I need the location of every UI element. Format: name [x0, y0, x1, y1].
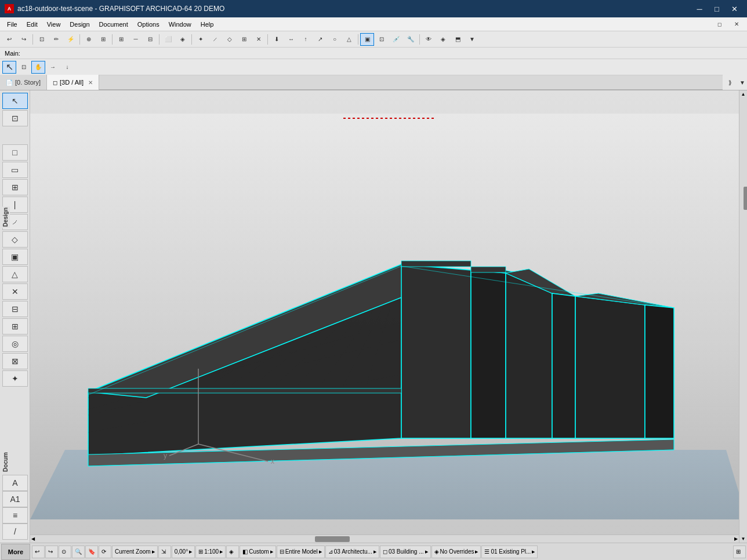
fit-item[interactable]: ⊙	[59, 546, 71, 558]
tool-skylight[interactable]: ⊠	[2, 353, 28, 369]
tool-curtain-wall[interactable]: ⊟	[2, 301, 28, 317]
more-area[interactable]: More	[1, 544, 30, 560]
vertical-scrollbar[interactable]: ▲ ▼	[739, 90, 747, 543]
angle-item[interactable]: 0,00° ▶	[172, 546, 195, 558]
pencil-btn[interactable]: ✏	[49, 33, 63, 46]
window-controls[interactable]: ─ □ ✕	[691, 2, 742, 15]
interior-btn[interactable]: ↗	[313, 33, 327, 46]
redo-item[interactable]: ↪	[45, 546, 58, 558]
tool-wall[interactable]: □	[2, 144, 28, 161]
overrides-item[interactable]: ◈ No Overrides ▶	[431, 546, 481, 558]
more-btn[interactable]: ▼	[465, 33, 479, 46]
tool-line[interactable]: /	[2, 523, 28, 540]
node-btn[interactable]: ✦	[194, 33, 208, 46]
tool-column[interactable]: ▭	[2, 162, 28, 178]
floor-btn[interactable]: ⬇	[270, 33, 284, 46]
snap-btn[interactable]: ⊞	[114, 33, 128, 46]
menu-help[interactable]: Help	[196, 20, 219, 29]
layout-close[interactable]: ✕	[728, 18, 745, 31]
tool-stair[interactable]: △	[2, 266, 28, 282]
tool-door[interactable]: ⊞	[2, 318, 28, 334]
maximize-button[interactable]: □	[709, 2, 725, 15]
tab-close-btn[interactable]: ✕	[88, 79, 93, 86]
origin-btn[interactable]: ⊕	[82, 33, 96, 46]
elevation-btn[interactable]: ↑	[299, 33, 313, 46]
model-check-item[interactable]: ◈	[226, 546, 239, 558]
layers-vis-btn[interactable]: 👁	[422, 33, 436, 46]
edit-btn[interactable]: ◈	[176, 33, 190, 46]
existing-item[interactable]: ☰ 01 Existing Pl... ▶	[481, 546, 538, 558]
grid-origin-btn[interactable]: ⊞	[96, 33, 110, 46]
tool-dim[interactable]: A1	[2, 491, 28, 507]
tool-text[interactable]: A	[2, 475, 28, 491]
tool-window[interactable]: ◎	[2, 336, 28, 352]
detail-btn[interactable]: ○	[328, 33, 342, 46]
grid-corner-btn[interactable]: ⊞	[733, 546, 746, 558]
scroll-right-btn[interactable]: ▶	[733, 536, 739, 541]
trace-btn[interactable]: ⬒	[451, 33, 465, 46]
tool-beam[interactable]: ⊞	[2, 179, 28, 195]
redo-btn[interactable]: ↪	[17, 33, 31, 46]
h-scroll-thumb[interactable]	[315, 536, 350, 542]
split-btn[interactable]: ⊞	[237, 33, 251, 46]
layers-item[interactable]: ⊟ Entire Model ▶	[277, 546, 325, 558]
tool-railing[interactable]: ✕	[2, 283, 28, 300]
current-zoom[interactable]: Current Zoom ▶	[112, 546, 158, 558]
inject-btn[interactable]: 💉	[389, 33, 403, 46]
marquee-select-btn[interactable]: ⊡	[17, 61, 31, 74]
menu-file[interactable]: File	[2, 20, 22, 29]
tool-shell[interactable]: ◇	[2, 231, 28, 248]
3d-viewport[interactable]: x y ▲ ▼ ◀ ▶	[30, 90, 747, 543]
arrow-select-btn[interactable]: ↖	[2, 61, 16, 74]
layout-restore[interactable]: ◻	[711, 18, 727, 31]
horizontal-scrollbar[interactable]: ◀ ▶	[30, 534, 739, 543]
face-btn[interactable]: ◇	[223, 33, 237, 46]
minimize-button[interactable]: ─	[691, 2, 708, 15]
tool-pointer[interactable]: ↖	[2, 93, 28, 109]
scroll-thumb[interactable]	[744, 187, 748, 210]
menu-document[interactable]: Document	[95, 20, 133, 29]
menu-options[interactable]: Options	[133, 20, 164, 29]
menu-design[interactable]: Design	[65, 20, 94, 29]
tool-label[interactable]: ≡	[2, 507, 28, 523]
edge-btn[interactable]: ⟋	[208, 33, 222, 46]
undo-btn[interactable]: ↩	[2, 33, 16, 46]
close-button[interactable]: ✕	[726, 2, 742, 15]
document-section-label[interactable]: Docum	[1, 451, 10, 473]
section-btn[interactable]: ↔	[284, 33, 298, 46]
tab-3d-all[interactable]: ◻ [3D / All] ✕	[47, 75, 99, 90]
intersect-btn[interactable]: ✕	[252, 33, 266, 46]
refresh-item[interactable]: ⟳	[99, 546, 111, 558]
select-elem-btn[interactable]: ▣	[360, 33, 374, 46]
select-btn[interactable]: ⊡	[35, 33, 49, 46]
zoom-item[interactable]: 🔍	[72, 546, 85, 558]
grid-btn[interactable]: ⊟	[143, 33, 157, 46]
navigate-item[interactable]: 🔖	[85, 546, 98, 558]
guide-btn[interactable]: ─	[129, 33, 143, 46]
magic-btn[interactable]: ⚡	[64, 33, 78, 46]
down-arrow-btn[interactable]: ↓	[60, 61, 74, 74]
tab-0-story[interactable]: 📄 [0. Story]	[0, 75, 47, 90]
tab-dropdown-btn[interactable]: ▼	[738, 75, 747, 90]
marquee-btn[interactable]: ⊡	[375, 33, 389, 46]
zone-btn[interactable]: ⬜	[161, 33, 175, 46]
mesh-btn[interactable]: △	[342, 33, 356, 46]
tab-nav-btn[interactable]: ⟫	[723, 75, 738, 90]
scroll-up-btn[interactable]: ▲	[740, 90, 747, 98]
tool-marquee[interactable]: ⊡	[2, 110, 28, 126]
scroll-left-btn[interactable]: ◀	[30, 536, 36, 541]
tool-object[interactable]: ✦	[2, 370, 28, 387]
arch-item[interactable]: ⊿ 03 Architectu... ▶	[325, 546, 379, 558]
design-section-label[interactable]: Design	[1, 206, 10, 228]
menu-edit[interactable]: Edit	[22, 20, 42, 29]
hand-btn[interactable]: ✋	[31, 61, 45, 74]
menu-view[interactable]: View	[42, 20, 66, 29]
eyedrop-btn[interactable]: 🔧	[404, 33, 418, 46]
scale-item[interactable]: ⊞ 1:100 ▶	[195, 546, 226, 558]
override-btn[interactable]: ◈	[436, 33, 450, 46]
view-filter-item[interactable]: ◧ Custom ▶	[240, 546, 275, 558]
right-arrow-btn[interactable]: →	[46, 61, 60, 74]
menu-window[interactable]: Window	[164, 20, 196, 29]
building-item[interactable]: ◻ 03 Building ... ▶	[380, 546, 431, 558]
navigate-btn[interactable]: ⇲	[158, 546, 171, 558]
